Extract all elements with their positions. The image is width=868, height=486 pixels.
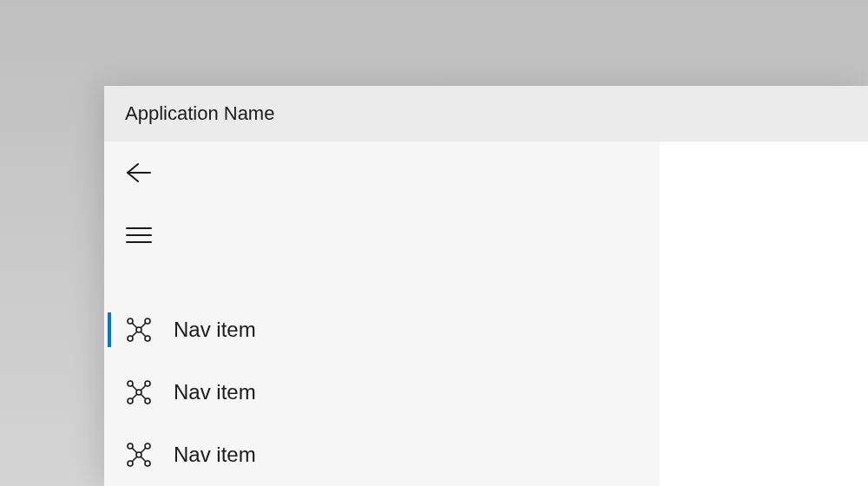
svg-line-11 xyxy=(132,332,137,337)
nav-item-1[interactable]: Nav item xyxy=(104,298,660,360)
back-arrow-icon xyxy=(126,162,152,183)
svg-line-12 xyxy=(141,332,146,337)
nav-item-icon xyxy=(104,442,174,468)
nav-item-icon xyxy=(104,379,174,405)
app-window: Application Name xyxy=(104,86,868,486)
svg-line-28 xyxy=(141,448,146,453)
navigation-pane: Nav item Nav item xyxy=(104,141,660,486)
svg-line-30 xyxy=(141,456,146,462)
back-button[interactable] xyxy=(104,141,174,204)
nav-item-2[interactable]: Nav item xyxy=(104,361,660,424)
window-body: Nav item Nav item xyxy=(104,141,868,486)
svg-line-27 xyxy=(132,448,137,453)
svg-line-21 xyxy=(141,394,146,399)
nav-item-label: Nav item xyxy=(174,380,256,404)
svg-line-20 xyxy=(132,394,137,399)
svg-line-19 xyxy=(141,385,146,391)
hamburger-button[interactable] xyxy=(104,204,174,266)
app-title: Application Name xyxy=(125,102,274,125)
svg-line-9 xyxy=(132,323,137,328)
hamburger-icon xyxy=(126,227,152,244)
selection-indicator xyxy=(108,312,111,347)
nav-item-label: Nav item xyxy=(174,318,256,342)
nav-item-3[interactable]: Nav item xyxy=(104,424,660,486)
svg-line-29 xyxy=(132,456,137,462)
svg-line-10 xyxy=(141,323,146,328)
nav-item-label: Nav item xyxy=(174,443,256,467)
svg-line-18 xyxy=(132,385,137,391)
titlebar: Application Name xyxy=(104,86,868,141)
nav-item-icon xyxy=(104,317,174,343)
content-area xyxy=(660,141,868,486)
nav-spacer xyxy=(104,266,660,298)
